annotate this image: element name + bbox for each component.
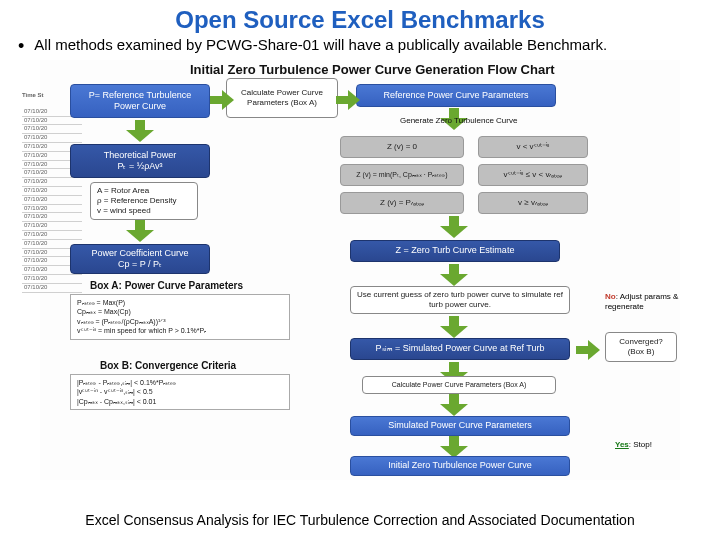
label-yes-stop: Yes: Stop! [615, 440, 652, 450]
box-ref-turb-power-curve: P= Reference Turbulence Power Curve [70, 84, 210, 118]
box-converged: Converged? (Box B) [605, 332, 677, 362]
box-simulate: Use current guess of zero turb power cur… [350, 286, 570, 314]
excel-date-cell: 07/10/20 [22, 284, 82, 293]
flowchart-title: Initial Zero Turbulence Power Curve Gene… [190, 62, 555, 77]
box-power-coeff-curve: Power Coefficient Curve Cp = P / Pₜ [70, 244, 210, 274]
page-title: Open Source Excel Benchmarks [0, 0, 720, 36]
box-sim-params: Simulated Power Curve Parameters [350, 416, 570, 436]
excel-date-cell: 07/10/20 [22, 213, 82, 222]
bullet-item: • All methods examined by PCWG-Share-01 … [0, 36, 720, 60]
box-z1-cond: v < vᶜᵘᵗ⁻ⁱⁿ [478, 136, 588, 158]
label-box-b: Box B: Convergence Criteria [100, 360, 236, 371]
excel-date-cell: 07/10/20 [22, 134, 82, 143]
bullet-text: All methods examined by PCWG-Share-01 wi… [34, 36, 607, 53]
excel-date-cell: 07/10/20 [22, 275, 82, 284]
box-initial-zero: Initial Zero Turbulence Power Curve [350, 456, 570, 476]
text-stop: : Stop! [629, 440, 652, 449]
box-z-estimate: Z = Zero Turb Curve Estimate [350, 240, 560, 262]
box-calc-params-2: Calculate Power Curve Parameters (Box A) [362, 376, 556, 394]
excel-date-cell: 07/10/20 [22, 125, 82, 134]
box-z3: Z (v) = Pᵣₐₜₑₔ [340, 192, 464, 214]
label-gen-zero-curve: Generate Zero Turbulence Curve [400, 116, 517, 125]
excel-date-cell: 07/10/20 [22, 178, 82, 187]
box-psim: Pₛᵢₘ = Simulated Power Curve at Ref Turb [350, 338, 570, 360]
box-a-formulas: Pᵣₐₜₑₔ = Max(P) Cpₘₐₓ = Max(Cp) vᵣₐₜₑₔ =… [70, 294, 290, 340]
text-no: No [605, 292, 616, 301]
flowchart-area: Time St 07/10/2007/10/2007/10/2007/10/20… [40, 60, 680, 480]
box-ref-pc-params: Reference Power Curve Parameters [356, 84, 556, 107]
excel-date-cell: 07/10/20 [22, 231, 82, 240]
label-box-a: Box A: Power Curve Parameters [90, 280, 243, 291]
text-yes: Yes [615, 440, 629, 449]
box-z2-cond: vᶜᵘᵗ⁻ⁱⁿ ≤ v < vᵣₐₜₑₔ [478, 164, 588, 186]
excel-date-cell: 07/10/20 [22, 187, 82, 196]
bullet-dot-icon: • [18, 37, 24, 55]
box-var-defs: A = Rotor Area ρ = Reference Density v =… [90, 182, 198, 220]
box-z1: Z (v) = 0 [340, 136, 464, 158]
text-adjust: : Adjust params & regenerate [605, 292, 678, 311]
excel-date-cell: 07/10/20 [22, 222, 82, 231]
caption: Excel Consensus Analysis for IEC Turbule… [0, 512, 720, 528]
box-z2: Z (v) = min(Pₜ, Cpₘₐₓ · Pᵣₐₜₑₔ) [340, 164, 464, 186]
excel-date-cell: 07/10/20 [22, 205, 82, 214]
excel-date-cell: 07/10/20 [22, 196, 82, 205]
label-no-adjust: No: Adjust params & regenerate [605, 292, 683, 311]
box-theoretical-power: Theoretical Power Pₜ = ½ρAv³ [70, 144, 210, 178]
box-calc-params: Calculate Power Curve Parameters (Box A) [226, 78, 338, 118]
box-z3-cond: v ≥ vᵣₐₜₑₔ [478, 192, 588, 214]
box-b-formulas: |Pᵣₐₜₑₔ - Pᵣₐₜₑₔ,ₛᵢₘ| < 0.1%*Pᵣₐₜₑₔ |vᶜᵘ… [70, 374, 290, 410]
